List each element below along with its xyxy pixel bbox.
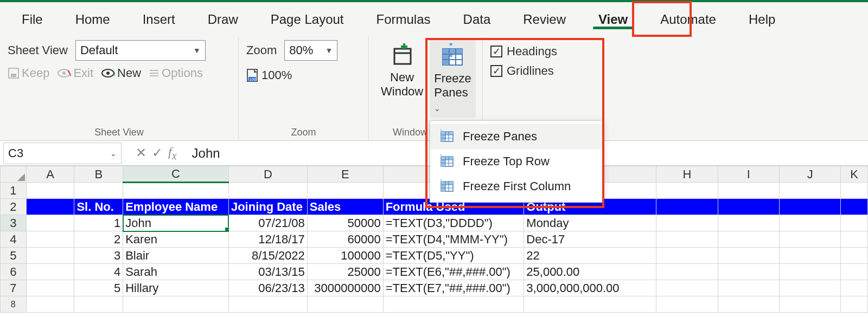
tab-help[interactable]: Help xyxy=(732,7,792,33)
new-view-button[interactable]: + New xyxy=(101,66,141,80)
tab-insert[interactable]: Insert xyxy=(126,7,192,33)
cell[interactable] xyxy=(26,183,74,199)
cell[interactable]: 60000 xyxy=(307,231,383,248)
cell[interactable]: =TEXT(D5,"YY") xyxy=(383,248,524,264)
cell[interactable] xyxy=(74,183,123,199)
cell[interactable] xyxy=(718,183,779,199)
cell[interactable] xyxy=(26,280,74,296)
header-cell[interactable]: Employee Name xyxy=(123,199,229,215)
cell[interactable]: 07/21/08 xyxy=(228,215,307,231)
keep-button[interactable]: Keep xyxy=(8,66,49,80)
tab-data[interactable]: Data xyxy=(447,7,507,33)
cell[interactable]: Hillary xyxy=(123,280,229,296)
cell[interactable]: Monday xyxy=(524,215,656,231)
cell[interactable] xyxy=(779,280,840,296)
cell[interactable]: 100000 xyxy=(307,248,383,264)
cell[interactable] xyxy=(841,280,868,296)
col-header-K[interactable]: K xyxy=(841,166,868,183)
cell[interactable] xyxy=(656,264,718,280)
cell[interactable] xyxy=(718,264,779,280)
tab-draw[interactable]: Draw xyxy=(192,7,254,33)
tab-formulas[interactable]: Formulas xyxy=(360,7,447,33)
col-header-D[interactable]: D xyxy=(228,166,307,183)
col-header-J[interactable]: J xyxy=(779,166,840,183)
cell[interactable]: 22 xyxy=(524,248,656,264)
cell[interactable]: 3 xyxy=(74,248,123,264)
tab-review[interactable]: Review xyxy=(507,7,582,33)
cell[interactable] xyxy=(656,231,718,248)
col-header-I[interactable]: I xyxy=(718,166,779,183)
tab-view[interactable]: View xyxy=(582,7,644,33)
row-header-3[interactable]: 3 xyxy=(1,215,27,231)
cell[interactable]: Blair xyxy=(123,248,229,264)
cell[interactable] xyxy=(779,248,840,264)
options-button[interactable]: Options xyxy=(149,66,203,80)
row-header-1[interactable]: 1 xyxy=(1,183,27,199)
header-cell[interactable] xyxy=(841,199,868,215)
cell[interactable]: 25,000.00 xyxy=(524,264,656,280)
cell[interactable] xyxy=(656,280,718,296)
cell[interactable] xyxy=(718,280,779,296)
row-header-4[interactable]: 4 xyxy=(1,231,27,248)
cell[interactable]: =TEXT(D3,"DDDD") xyxy=(383,215,524,231)
cell[interactable] xyxy=(26,264,74,280)
col-header-E[interactable]: E xyxy=(307,166,383,183)
cell[interactable]: =TEXT(D4,"MMM-YY") xyxy=(383,231,524,248)
cell[interactable]: 06/23/13 xyxy=(228,280,307,296)
cell[interactable]: Karen xyxy=(123,231,229,248)
menu-item-freeze-panes[interactable]: *Freeze Panes xyxy=(430,124,603,149)
cell[interactable] xyxy=(718,248,779,264)
header-cell[interactable] xyxy=(718,199,779,215)
fx-button[interactable]: fx xyxy=(168,145,177,162)
sheet-view-select[interactable]: Default ▼ xyxy=(75,40,206,61)
col-header-H[interactable]: H xyxy=(656,166,718,183)
tab-file[interactable]: File xyxy=(5,7,59,33)
cell[interactable] xyxy=(779,231,840,248)
cell[interactable] xyxy=(841,215,868,231)
cell[interactable]: =TEXT(E7,"##,###.00") xyxy=(383,280,524,296)
row-header-7[interactable]: 7 xyxy=(1,280,27,296)
header-cell[interactable] xyxy=(26,199,74,215)
header-cell[interactable]: Joining Date xyxy=(228,199,307,215)
cell[interactable] xyxy=(779,183,840,199)
cell[interactable] xyxy=(307,183,383,199)
cell[interactable] xyxy=(26,248,74,264)
cell[interactable]: Sarah xyxy=(123,264,229,280)
col-header-B[interactable]: B xyxy=(74,166,123,183)
cell[interactable]: 3,000,000,000.00 xyxy=(524,280,656,296)
header-cell[interactable]: Sales xyxy=(307,199,383,215)
cell[interactable]: Dec-17 xyxy=(524,231,656,248)
cell[interactable]: 3000000000 xyxy=(307,280,383,296)
accept-formula-button[interactable]: ✓ xyxy=(152,145,163,160)
cell[interactable]: =TEXT(E6,"##,###.00") xyxy=(383,264,524,280)
cell[interactable] xyxy=(26,231,74,248)
cell[interactable]: 25000 xyxy=(307,264,383,280)
cell[interactable] xyxy=(718,215,779,231)
headings-checkbox[interactable]: Headings xyxy=(490,44,557,59)
cell[interactable]: 2 xyxy=(74,231,123,248)
cell[interactable] xyxy=(841,248,868,264)
row-header-6[interactable]: 6 xyxy=(1,264,27,280)
cancel-formula-button[interactable]: ✕ xyxy=(136,145,146,160)
cell[interactable]: 4 xyxy=(74,264,123,280)
header-cell[interactable] xyxy=(656,199,718,215)
header-cell[interactable]: Sl. No. xyxy=(74,199,123,215)
tab-home[interactable]: Home xyxy=(59,7,126,33)
cell[interactable] xyxy=(779,264,840,280)
cell[interactable] xyxy=(841,231,868,248)
cell[interactable] xyxy=(656,248,718,264)
header-cell[interactable] xyxy=(779,199,840,215)
cell[interactable]: 50000 xyxy=(307,215,383,231)
cell[interactable]: 5 xyxy=(74,280,123,296)
cell[interactable] xyxy=(123,183,229,199)
cell[interactable]: 8/15/2022 xyxy=(228,248,307,264)
cell[interactable] xyxy=(656,215,718,231)
zoom-select[interactable]: 80% ▼ xyxy=(284,40,337,61)
cell[interactable] xyxy=(841,183,868,199)
menu-item-freeze-top-row[interactable]: *Freeze Top Row xyxy=(430,149,603,174)
col-header-A[interactable]: A xyxy=(26,166,74,183)
cell[interactable] xyxy=(718,231,779,248)
select-all-corner[interactable] xyxy=(1,166,27,183)
zoom-100-button[interactable]: 100 100% xyxy=(246,68,292,82)
cell[interactable]: 12/18/17 xyxy=(228,231,307,248)
